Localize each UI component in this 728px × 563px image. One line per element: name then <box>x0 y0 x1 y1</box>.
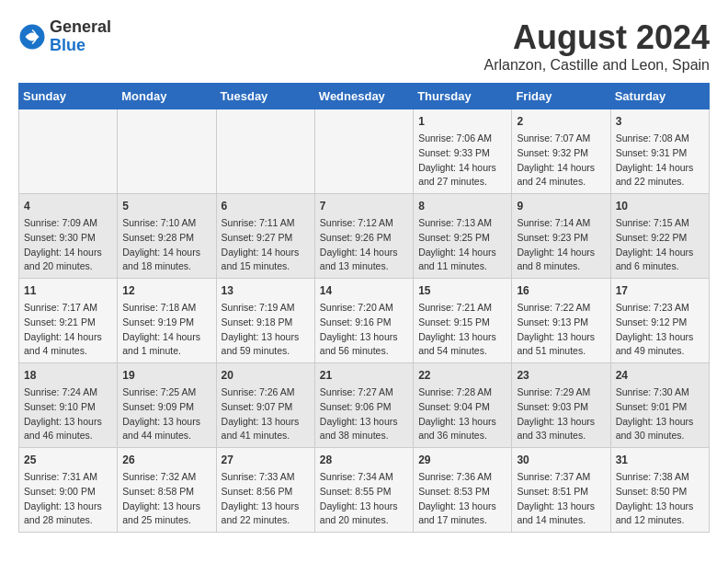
day-number: 18 <box>24 367 112 384</box>
calendar-week-5: 25Sunrise: 7:31 AM Sunset: 9:00 PM Dayli… <box>19 448 710 533</box>
calendar-cell: 14Sunrise: 7:20 AM Sunset: 9:16 PM Dayli… <box>314 279 413 363</box>
day-number: 5 <box>122 198 210 214</box>
day-info: Sunrise: 7:18 AM Sunset: 9:19 PM Dayligh… <box>122 301 210 359</box>
day-info: Sunrise: 7:11 AM Sunset: 9:27 PM Dayligh… <box>222 216 310 274</box>
day-number: 24 <box>616 367 704 384</box>
day-number: 30 <box>517 452 605 468</box>
day-info: Sunrise: 7:28 AM Sunset: 9:04 PM Dayligh… <box>418 385 506 443</box>
calendar-cell: 15Sunrise: 7:21 AM Sunset: 9:15 PM Dayli… <box>414 279 512 363</box>
calendar-header: SundayMondayTuesdayWednesdayThursdayFrid… <box>19 84 710 109</box>
day-info: Sunrise: 7:36 AM Sunset: 8:53 PM Dayligh… <box>418 470 506 528</box>
day-number: 22 <box>418 367 506 384</box>
day-number: 25 <box>24 452 112 468</box>
calendar-cell: 18Sunrise: 7:24 AM Sunset: 9:10 PM Dayli… <box>19 363 118 448</box>
day-info: Sunrise: 7:21 AM Sunset: 9:15 PM Dayligh… <box>418 301 506 359</box>
day-number: 14 <box>320 282 408 299</box>
calendar-cell: 6Sunrise: 7:11 AM Sunset: 9:27 PM Daylig… <box>216 194 314 279</box>
day-number: 9 <box>517 198 605 214</box>
calendar-cell: 30Sunrise: 7:37 AM Sunset: 8:51 PM Dayli… <box>512 448 610 533</box>
calendar-cell: 1Sunrise: 7:06 AM Sunset: 9:33 PM Daylig… <box>414 109 512 194</box>
day-info: Sunrise: 7:07 AM Sunset: 9:32 PM Dayligh… <box>517 132 605 190</box>
day-number: 12 <box>122 282 210 299</box>
calendar-cell: 24Sunrise: 7:30 AM Sunset: 9:01 PM Dayli… <box>610 363 709 448</box>
day-number: 20 <box>222 367 310 384</box>
day-number: 26 <box>122 452 210 468</box>
day-info: Sunrise: 7:27 AM Sunset: 9:06 PM Dayligh… <box>320 385 408 443</box>
month-year-title: August 2024 <box>484 18 711 57</box>
calendar-cell: 23Sunrise: 7:29 AM Sunset: 9:03 PM Dayli… <box>512 363 610 448</box>
calendar-cell: 31Sunrise: 7:38 AM Sunset: 8:50 PM Dayli… <box>610 448 709 533</box>
calendar-cell: 7Sunrise: 7:12 AM Sunset: 9:26 PM Daylig… <box>314 194 413 279</box>
day-number: 4 <box>24 198 112 214</box>
day-info: Sunrise: 7:06 AM Sunset: 9:33 PM Dayligh… <box>418 132 506 190</box>
calendar-cell <box>118 109 216 194</box>
calendar-cell: 20Sunrise: 7:26 AM Sunset: 9:07 PM Dayli… <box>216 363 314 448</box>
calendar-week-3: 11Sunrise: 7:17 AM Sunset: 9:21 PM Dayli… <box>19 279 710 363</box>
calendar-cell: 16Sunrise: 7:22 AM Sunset: 9:13 PM Dayli… <box>512 279 610 363</box>
day-info: Sunrise: 7:12 AM Sunset: 9:26 PM Dayligh… <box>320 216 408 274</box>
day-info: Sunrise: 7:37 AM Sunset: 8:51 PM Dayligh… <box>517 470 605 528</box>
calendar-week-2: 4Sunrise: 7:09 AM Sunset: 9:30 PM Daylig… <box>19 194 710 279</box>
day-number: 2 <box>517 113 605 130</box>
day-info: Sunrise: 7:26 AM Sunset: 9:07 PM Dayligh… <box>222 385 310 443</box>
calendar-cell: 26Sunrise: 7:32 AM Sunset: 8:58 PM Dayli… <box>118 448 216 533</box>
day-info: Sunrise: 7:09 AM Sunset: 9:30 PM Dayligh… <box>24 216 112 274</box>
day-number: 11 <box>24 282 112 299</box>
day-number: 10 <box>616 198 704 214</box>
day-number: 13 <box>222 282 310 299</box>
title-section: August 2024 Arlanzon, Castille and Leon,… <box>484 18 711 74</box>
day-info: Sunrise: 7:20 AM Sunset: 9:16 PM Dayligh… <box>320 301 408 359</box>
calendar-cell: 17Sunrise: 7:23 AM Sunset: 9:12 PM Dayli… <box>610 279 709 363</box>
logo-icon <box>18 23 46 51</box>
calendar-cell: 2Sunrise: 7:07 AM Sunset: 9:32 PM Daylig… <box>512 109 610 194</box>
calendar-cell: 29Sunrise: 7:36 AM Sunset: 8:53 PM Dayli… <box>414 448 512 533</box>
day-header-thursday: Thursday <box>414 84 512 109</box>
day-info: Sunrise: 7:29 AM Sunset: 9:03 PM Dayligh… <box>517 385 605 443</box>
day-header-saturday: Saturday <box>610 84 709 109</box>
day-info: Sunrise: 7:14 AM Sunset: 9:23 PM Dayligh… <box>517 216 605 274</box>
calendar-cell: 19Sunrise: 7:25 AM Sunset: 9:09 PM Dayli… <box>118 363 216 448</box>
day-info: Sunrise: 7:30 AM Sunset: 9:01 PM Dayligh… <box>616 385 704 443</box>
location-title: Arlanzon, Castille and Leon, Spain <box>484 57 711 74</box>
day-header-friday: Friday <box>512 84 610 109</box>
calendar-cell <box>314 109 413 194</box>
calendar-cell <box>19 109 118 194</box>
calendar-body: 1Sunrise: 7:06 AM Sunset: 9:33 PM Daylig… <box>19 109 710 533</box>
day-info: Sunrise: 7:31 AM Sunset: 9:00 PM Dayligh… <box>24 470 112 528</box>
day-number: 7 <box>320 198 408 214</box>
day-info: Sunrise: 7:32 AM Sunset: 8:58 PM Dayligh… <box>122 470 210 528</box>
calendar-cell: 25Sunrise: 7:31 AM Sunset: 9:00 PM Dayli… <box>19 448 118 533</box>
day-number: 17 <box>616 282 704 299</box>
calendar-cell: 9Sunrise: 7:14 AM Sunset: 9:23 PM Daylig… <box>512 194 610 279</box>
calendar-cell: 27Sunrise: 7:33 AM Sunset: 8:56 PM Dayli… <box>216 448 314 533</box>
calendar-cell: 28Sunrise: 7:34 AM Sunset: 8:55 PM Dayli… <box>314 448 413 533</box>
day-info: Sunrise: 7:23 AM Sunset: 9:12 PM Dayligh… <box>616 301 704 359</box>
calendar-cell: 10Sunrise: 7:15 AM Sunset: 9:22 PM Dayli… <box>610 194 709 279</box>
calendar-cell: 8Sunrise: 7:13 AM Sunset: 9:25 PM Daylig… <box>414 194 512 279</box>
day-number: 29 <box>418 452 506 468</box>
day-number: 3 <box>616 113 704 130</box>
day-number: 31 <box>616 452 704 468</box>
calendar-cell: 22Sunrise: 7:28 AM Sunset: 9:04 PM Dayli… <box>414 363 512 448</box>
day-info: Sunrise: 7:17 AM Sunset: 9:21 PM Dayligh… <box>24 301 112 359</box>
day-number: 6 <box>222 198 310 214</box>
day-info: Sunrise: 7:25 AM Sunset: 9:09 PM Dayligh… <box>122 385 210 443</box>
logo: General Blue <box>18 18 111 55</box>
day-headers-row: SundayMondayTuesdayWednesdayThursdayFrid… <box>19 84 710 109</box>
day-info: Sunrise: 7:24 AM Sunset: 9:10 PM Dayligh… <box>24 385 112 443</box>
day-header-tuesday: Tuesday <box>216 84 314 109</box>
calendar-week-1: 1Sunrise: 7:06 AM Sunset: 9:33 PM Daylig… <box>19 109 710 194</box>
day-number: 23 <box>517 367 605 384</box>
day-number: 15 <box>418 282 506 299</box>
day-info: Sunrise: 7:15 AM Sunset: 9:22 PM Dayligh… <box>616 216 704 274</box>
day-info: Sunrise: 7:13 AM Sunset: 9:25 PM Dayligh… <box>418 216 506 274</box>
day-header-monday: Monday <box>118 84 216 109</box>
calendar-cell: 4Sunrise: 7:09 AM Sunset: 9:30 PM Daylig… <box>19 194 118 279</box>
day-number: 1 <box>418 113 506 130</box>
day-header-wednesday: Wednesday <box>314 84 413 109</box>
calendar-cell <box>216 109 314 194</box>
calendar-cell: 3Sunrise: 7:08 AM Sunset: 9:31 PM Daylig… <box>610 109 709 194</box>
logo-text: General Blue <box>50 18 111 55</box>
page-header: General Blue August 2024 Arlanzon, Casti… <box>18 18 710 74</box>
calendar-week-4: 18Sunrise: 7:24 AM Sunset: 9:10 PM Dayli… <box>19 363 710 448</box>
